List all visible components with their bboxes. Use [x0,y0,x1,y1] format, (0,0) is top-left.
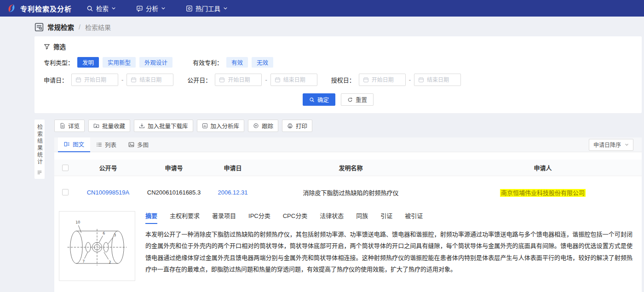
detail-tab-cited-by[interactable]: 被引证 [405,211,423,224]
column-invention-title: 发明名称 [258,163,444,172]
valid-option-invalid[interactable]: 无效 [252,57,273,68]
document-icon [59,123,65,129]
funnel-icon [44,43,50,50]
search-icon [309,97,315,103]
detail-tabs: 摘要 主权利要求 著录项目 IPC分类 CPC分类 法律状态 同族 引证 被引证 [145,211,632,224]
search-icon [86,5,93,12]
stats-panel-toggle[interactable]: 检索结果统计 [34,120,45,179]
patent-type-design[interactable]: 外观设计 [139,57,172,68]
column-application-number: 申请号 [140,163,208,172]
publication-date-end-input[interactable] [283,77,313,83]
detail-tab-citations[interactable]: 引证 [380,211,392,224]
filter-type-row: 专利类型： 发明 实用新型 外观设计 有效专利： 有效 无效 [44,57,632,68]
app-logo[interactable]: 专利检索及分析 [6,3,72,13]
patent-figure-thumbnail[interactable]: 10 6 3 7 2 [59,211,135,281]
detail-tab-abstract[interactable]: 摘要 [145,211,157,224]
grant-date-start-input[interactable] [372,77,401,83]
nav-menu-label: 分析 [146,4,158,13]
applicant-cell: 南京恒埔伟业科技股份有限公司 [444,188,642,197]
nav-menu-search[interactable]: 检索 [86,4,116,13]
publication-date-end[interactable] [270,74,317,86]
svg-text:2: 2 [109,260,111,264]
publication-date-start[interactable] [215,74,262,86]
filter-date-row: 申请日： - [44,74,632,86]
publication-number-link[interactable]: CN100998519A [76,189,140,196]
application-date-label: 申请日： [44,75,68,84]
track-button[interactable]: 跟踪 [248,120,278,132]
print-button[interactable]: 打印 [282,120,312,132]
button-label: 详览 [68,121,80,130]
calendar-icon [363,77,369,83]
grant-date-end[interactable] [414,74,461,86]
multi-image-icon [128,142,134,148]
publication-date-start-input[interactable] [228,77,257,83]
detail-tab-legal-status[interactable]: 法律状态 [320,211,344,224]
breadcrumb-current: 检索结果 [85,23,111,32]
detail-view-button[interactable]: 详览 [54,120,85,132]
results-card: 图文 列表 [54,137,642,292]
reset-button-label: 重置 [356,95,367,104]
nav-menu-label: 检索 [96,4,109,13]
application-date-end[interactable] [126,74,173,86]
calendar-icon [131,77,137,83]
breadcrumb-parent[interactable]: 常规检索 [47,22,74,32]
button-label: 打印 [296,121,307,130]
view-tab-image-text[interactable]: 图文 [58,137,90,152]
grant-date-end-input[interactable] [427,77,456,83]
add-batch-download-button[interactable]: 加入批量下载库 [134,120,193,132]
svg-text:7: 7 [82,259,85,263]
application-date-range: 申请日： - [44,74,173,86]
detail-tab-ipc[interactable]: IPC分类 [248,211,270,224]
nav-menu-analysis[interactable]: 分析 [136,4,166,13]
grant-date-start[interactable] [359,74,406,86]
column-publication-number: 公开号 [76,163,140,172]
list-icon [96,142,102,148]
svg-text:10: 10 [75,220,80,224]
image-text-icon [64,141,70,147]
filter-actions: 确定 重置 [44,93,632,106]
track-icon [253,123,259,129]
abstract-text: 本发明公开了一种消除皮下脂肪过热缺陷的射频热疗仪，其包括射频功率源、功率馈送电路… [145,229,632,275]
calendar-icon [75,77,81,83]
row-checkbox[interactable] [62,189,69,195]
stats-list-icon [37,170,42,175]
nav-menu-label: 热门工具 [196,4,220,13]
reset-button[interactable]: 重置 [341,93,374,106]
button-label: 加入分析库 [211,121,240,130]
batch-favorite-button[interactable]: 批量收藏 [88,120,130,132]
view-tab-label: 列表 [105,140,116,149]
detail-tab-main-claim[interactable]: 主权利要求 [170,211,200,224]
filter-header: 筛选 [44,42,632,51]
detail-tab-bibliographic[interactable]: 著录项目 [212,211,236,224]
detail-tab-family[interactable]: 同族 [356,211,368,224]
results-table-header: 公开号 申请号 申请日 发明名称 申请人 [54,160,642,176]
view-tab-label: 图文 [73,140,84,149]
column-application-date: 申请日 [208,163,258,172]
application-date-link[interactable]: 2006.12.31 [208,189,258,196]
application-date-start[interactable] [71,74,118,86]
view-tab-multi-image[interactable]: 多图 [122,137,155,152]
application-date-start-input[interactable] [84,77,114,83]
confirm-button[interactable]: 确定 [303,93,335,106]
filter-title: 筛选 [53,42,66,51]
row-toolbar: 详览 收藏 加入批量下载库 [54,287,642,292]
valid-option-valid[interactable]: 有效 [226,57,248,68]
patent-type-utility[interactable]: 实用新型 [103,57,136,68]
result-detail: 10 6 3 7 2 摘要 主权利要求 著录项目 IPC分类 [54,208,642,287]
add-analysis-library-button[interactable]: 加入分析库 [197,120,245,132]
view-tab-list[interactable]: 列表 [90,137,122,152]
breadcrumb-separator: / [78,23,81,31]
confirm-button-label: 确定 [317,95,329,104]
range-separator: - [118,76,126,83]
column-applicant: 申请人 [444,163,642,172]
select-all-checkbox[interactable] [62,165,69,171]
valid-patent-group: 有效专利： 有效 无效 [193,57,273,68]
patent-type-invention[interactable]: 发明 [77,57,99,68]
nav-menu-tools[interactable]: 热门工具 [186,4,228,13]
sort-dropdown[interactable]: 申请日降序 [589,139,633,151]
application-date-end-input[interactable] [139,77,169,83]
content-main: 详览 批量收藏 加入批量下载库 [54,120,642,292]
svg-text:6: 6 [103,231,105,235]
detail-content: 摘要 主权利要求 著录项目 IPC分类 CPC分类 法律状态 同族 引证 被引证… [145,211,632,281]
detail-tab-cpc[interactable]: CPC分类 [283,211,307,224]
